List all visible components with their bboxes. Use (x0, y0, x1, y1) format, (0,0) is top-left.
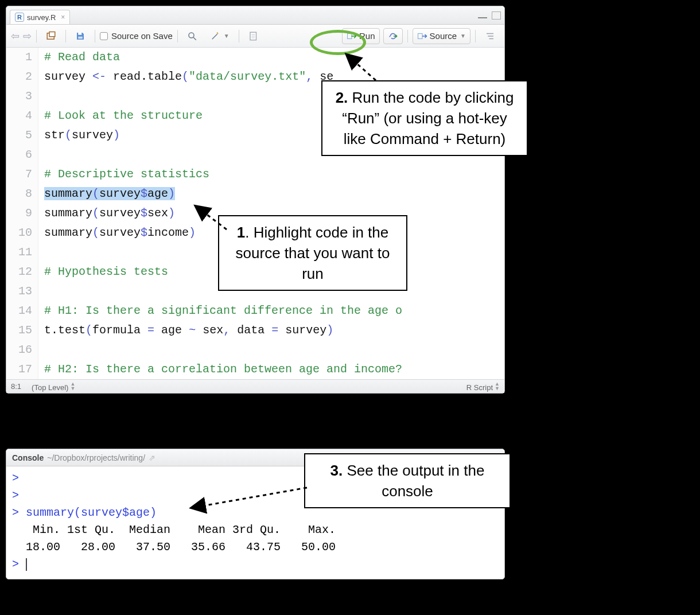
chevron-down-icon: ▼ (460, 33, 466, 39)
code-line[interactable] (44, 340, 504, 360)
close-icon[interactable]: × (61, 13, 65, 21)
scope-selector[interactable]: (Top Level)▲▼ (32, 382, 75, 392)
find-button[interactable] (182, 28, 202, 44)
code-tools-button[interactable]: ▼ (205, 28, 234, 44)
code-line[interactable]: t.test(formula = age ~ sex, data = surve… (44, 321, 504, 340)
rerun-button[interactable] (383, 28, 403, 44)
filetype-selector[interactable]: R Script▲▼ (466, 382, 500, 392)
separator (475, 30, 476, 42)
run-button-label: Run (359, 31, 375, 41)
notebook-icon (248, 31, 259, 41)
r-file-icon: R (15, 13, 24, 22)
separator (65, 30, 66, 42)
source-button[interactable]: Source ▼ (413, 28, 470, 44)
magnifier-icon (187, 31, 197, 41)
file-tab[interactable]: R survey.R × (10, 10, 70, 24)
source-on-save-checkbox[interactable] (100, 32, 108, 40)
svg-rect-11 (348, 33, 352, 38)
callout-3: 3. See the output in the console (304, 453, 511, 508)
svg-rect-2 (78, 33, 81, 35)
outline-icon (485, 31, 495, 41)
console-path: ~/Dropbox/rprojects/writing/ (47, 453, 145, 462)
svg-rect-1 (49, 32, 55, 36)
show-in-new-window-button[interactable] (41, 28, 61, 44)
gutter: 1234567891011121314151617 (6, 48, 38, 379)
maximize-icon[interactable] (492, 11, 501, 20)
separator (177, 30, 178, 42)
editor-toolbar: ⇦ ⇨ Source on Save ▼ Run (6, 25, 504, 48)
editor-window: R survey.R × ⇦ ⇨ Source on Save ▼ (6, 6, 505, 394)
save-button[interactable] (71, 28, 90, 44)
code-line[interactable]: # H1: Is there a significant difference … (44, 301, 504, 321)
outline-button[interactable] (480, 28, 500, 44)
callout-2: 2. Run the code by clicking “Run” (or us… (321, 80, 528, 156)
svg-line-5 (193, 37, 196, 40)
svg-rect-12 (418, 33, 422, 38)
separator (36, 30, 37, 42)
source-icon (417, 31, 427, 41)
file-tab-label: survey.R (27, 13, 56, 22)
svg-point-4 (189, 33, 194, 38)
svg-rect-3 (78, 36, 83, 38)
separator (95, 30, 95, 42)
separator (239, 30, 239, 42)
cursor-position: 8:1 (11, 382, 21, 391)
run-icon (347, 31, 357, 41)
rerun-icon (388, 31, 398, 41)
window-controls (478, 11, 501, 20)
code-line[interactable]: # H2: Is there a correlation between age… (44, 360, 504, 379)
console-title: Console (12, 453, 44, 462)
source-on-save-label: Source on Save (111, 31, 173, 41)
editor-status-bar: 8:1 (Top Level)▲▼ R Script▲▼ (6, 379, 504, 393)
forward-button[interactable]: ⇨ (23, 30, 32, 42)
separator (407, 30, 408, 42)
back-button[interactable]: ⇦ (11, 30, 20, 42)
popout-icon (46, 31, 56, 41)
code-line[interactable]: # Descriptive statistics (44, 165, 504, 184)
floppy-icon (75, 31, 85, 41)
wand-icon (210, 31, 220, 41)
code-line[interactable]: summary(survey$age) (44, 184, 504, 204)
svg-line-6 (212, 34, 217, 39)
source-button-label: Source (430, 31, 457, 41)
run-button[interactable]: Run (342, 28, 380, 44)
minimize-icon[interactable] (478, 13, 487, 18)
tab-bar: R survey.R × (6, 6, 504, 25)
compile-notebook-button[interactable] (244, 28, 263, 44)
code-line[interactable]: # Read data (44, 48, 504, 67)
callout-1: 1. Highlight code in the source that you… (218, 215, 407, 291)
chevron-down-icon: ▼ (224, 33, 230, 39)
arrow-icon[interactable]: ⇗ (149, 453, 155, 462)
